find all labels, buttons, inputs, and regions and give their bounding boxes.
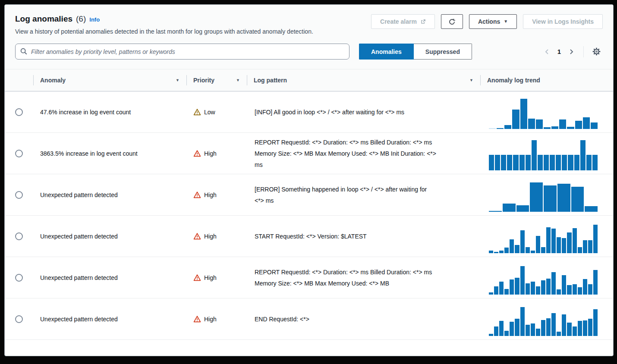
view-insights-label: View in Logs Insights	[532, 18, 594, 25]
row-radio-button[interactable]	[15, 274, 23, 282]
trend-bar	[571, 187, 584, 212]
trend-bar	[588, 240, 592, 253]
log-pattern-text: END RequestId: <*>	[255, 314, 309, 325]
sort-icon[interactable]: ▼	[236, 78, 240, 82]
trend-bar	[567, 285, 571, 295]
trend-bar	[536, 329, 540, 336]
trend-bar	[557, 184, 570, 212]
panel-header: Log anomalies (6) Info View a history of…	[5, 5, 613, 69]
selection-cell	[5, 133, 33, 174]
filter-input-wrapper	[15, 44, 349, 60]
table-row: 47.6% increase in log event count Low [I…	[5, 91, 613, 133]
priority-cell: High	[186, 216, 247, 257]
trend-bar	[578, 287, 582, 295]
trend-bar	[489, 155, 494, 170]
tab-suppressed[interactable]: Suppressed	[414, 44, 472, 60]
trend-bar	[538, 155, 543, 170]
chevron-left-icon	[544, 48, 551, 55]
next-page-button[interactable]	[565, 46, 577, 58]
trend-bar	[489, 292, 493, 295]
anomaly-text: Unexpected pattern detected	[40, 191, 118, 198]
trend-bar	[588, 319, 592, 336]
trend-bar	[551, 126, 558, 129]
column-header-anomaly[interactable]: Anomaly ▼	[33, 69, 186, 91]
trend-bar	[504, 248, 509, 253]
trend-bar	[583, 117, 590, 129]
trend-bar	[512, 110, 519, 129]
priority-warning-icon	[193, 232, 201, 240]
trend-bar	[515, 245, 519, 253]
trend-bar	[494, 326, 498, 336]
row-radio-button[interactable]	[15, 315, 23, 323]
trend-bar	[489, 251, 493, 253]
log-pattern-text: [INFO] All good in loop <*> / <*> after …	[255, 107, 404, 118]
create-alarm-label: Create alarm	[380, 18, 417, 25]
trend-bar	[551, 272, 556, 295]
sort-icon[interactable]: ▼	[469, 78, 473, 82]
actions-button[interactable]: Actions ▼	[469, 14, 517, 29]
view-toggle: Anomalies Suppressed	[359, 44, 472, 60]
trend-bar	[586, 155, 592, 170]
selection-cell	[5, 174, 33, 215]
trend-bar	[531, 282, 535, 295]
info-link[interactable]: Info	[89, 16, 100, 23]
page-description: View a history of potential anomalies de…	[15, 28, 313, 35]
trend-chart	[489, 263, 598, 295]
trend-bar	[520, 307, 525, 336]
anomaly-text: Unexpected pattern detected	[40, 274, 118, 281]
log-pattern-text: [ERROR] Something happened in loop <*> /…	[255, 184, 427, 206]
trend-chart	[489, 138, 598, 170]
trend-bar	[567, 323, 571, 336]
trend-bar	[513, 155, 518, 170]
priority-label: High	[204, 191, 217, 198]
priority-cell: Low	[186, 91, 247, 132]
trend-bar	[557, 237, 561, 253]
view-in-logs-insights-button[interactable]: View in Logs Insights	[523, 14, 603, 29]
trend-bar	[520, 230, 525, 253]
trend-bar	[520, 99, 527, 129]
page-title: Log anomalies	[15, 14, 72, 24]
trend-bar	[550, 155, 555, 170]
trend-chart	[489, 221, 598, 253]
trend-bar	[544, 185, 557, 212]
trend-bar	[520, 266, 525, 295]
trend-chart	[489, 180, 598, 212]
tab-anomalies[interactable]: Anomalies	[359, 44, 414, 60]
previous-page-button[interactable]	[541, 46, 553, 58]
filter-input[interactable]	[15, 44, 349, 60]
log-pattern-cell: [ERROR] Something happened in loop <*> /…	[247, 174, 480, 215]
trend-bar	[556, 155, 561, 170]
table-row: Unexpected pattern detected High REPORT …	[5, 257, 613, 298]
trend-bar	[495, 155, 500, 170]
trend-bar	[515, 319, 519, 336]
trend-cell	[480, 216, 613, 257]
trend-bar	[568, 155, 573, 170]
trend-bar	[499, 321, 504, 336]
trend-cell	[480, 174, 613, 215]
trend-bar	[578, 247, 582, 253]
priority-label: High	[204, 274, 217, 281]
trend-chart	[489, 97, 598, 129]
column-label: Priority	[193, 77, 214, 84]
row-radio-button[interactable]	[15, 150, 23, 157]
trend-bar	[499, 251, 504, 253]
column-header-log-pattern[interactable]: Log pattern ▼	[247, 69, 480, 91]
selection-cell	[5, 257, 33, 298]
create-alarm-button[interactable]: Create alarm	[371, 14, 435, 29]
trend-bar	[585, 206, 598, 212]
log-pattern-text: REPORT RequestId: <*> Duration: <*> ms B…	[255, 137, 436, 170]
settings-button[interactable]	[590, 45, 603, 58]
actions-label: Actions	[478, 18, 500, 25]
row-radio-button[interactable]	[15, 191, 23, 199]
log-pattern-cell: [INFO] All good in loop <*> / <*> after …	[247, 91, 480, 132]
column-label: Log pattern	[254, 77, 287, 84]
sort-icon[interactable]: ▼	[176, 78, 179, 82]
table-row: Unexpected pattern detected High [ERROR]…	[5, 174, 613, 216]
column-header-priority[interactable]: Priority ▼	[186, 69, 247, 91]
trend-bar	[519, 155, 525, 170]
refresh-button[interactable]	[441, 14, 463, 29]
row-radio-button[interactable]	[15, 108, 23, 116]
trend-bar	[515, 278, 519, 295]
row-radio-button[interactable]	[15, 232, 23, 240]
trend-bar	[546, 227, 551, 253]
